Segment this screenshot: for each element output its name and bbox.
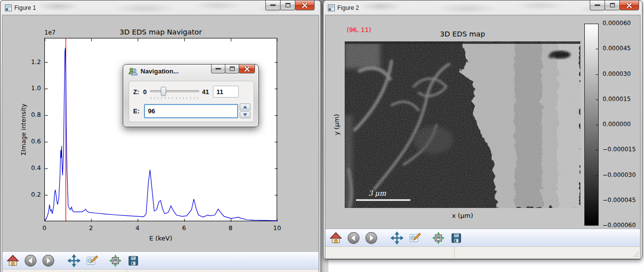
e-value-spinner [240,103,250,118]
y-tick-label: 0.2 [20,191,41,198]
x-tick-label: 10 [269,224,286,232]
close-icon [626,3,632,8]
configure-subplots-icon [432,232,445,244]
figure1-minimize-button[interactable] [265,0,281,10]
dialog-minimize-button[interactable] [211,65,225,73]
matplotlib-window-icon [328,4,335,11]
maximize-icon [286,3,290,7]
figure1-maximize-button[interactable] [280,0,295,10]
eds-map-image[interactable]: 3 μm [345,41,580,208]
e-axis-label: E: [133,107,140,115]
pan-icon [391,232,403,244]
back-button[interactable] [347,232,360,244]
figure2-ylabel: y (μm) [333,114,340,136]
figure1-toolbar [2,251,319,269]
save-button[interactable] [127,254,140,267]
configure-subplots-button[interactable] [432,232,445,244]
x-tick-label: 8 [222,224,239,232]
save-button[interactable] [450,232,463,244]
x-tick-label: 4 [129,224,146,232]
y-tick-label: 0.8 [20,111,41,118]
people-icon [128,67,138,75]
spin-up-button[interactable] [240,103,250,110]
figure1-canvas: 3D EDS map Navigator 1e7 ΣImage intensit… [2,15,319,272]
zoom-rect-icon [85,254,98,267]
desktop: Figure 1 3D EDS map Navigator 1e7 ΣImage… [0,0,644,272]
back-icon [347,232,360,244]
minimize-icon [595,4,600,6]
y-tick-label: 1.0 [20,84,41,92]
pan-button[interactable] [68,254,80,267]
navigation-controls-group: Z: 0 41 E: [129,81,254,122]
statusbar-cell [325,247,455,258]
colorbar-tick-mark [596,125,599,125]
back-button[interactable] [24,254,37,267]
figure2-close-button[interactable] [619,0,639,10]
forward-icon [42,254,55,267]
zoom-rect-button[interactable] [85,254,98,267]
x-tick-label: 6 [176,224,192,232]
colorbar-tick-label: −0.000045 [603,197,636,204]
figure2-statusbar [325,246,640,258]
home-icon [6,254,19,267]
figure1-plot-title: 3D EDS map Navigator [44,28,277,36]
back-icon [24,254,37,267]
forward-button[interactable] [42,254,55,267]
z-value-input[interactable] [213,86,239,98]
forward-icon [365,232,378,244]
colorbar-tick-mark [596,201,599,201]
dialog-close-button[interactable] [239,65,255,73]
colorbar-tick-mark [596,74,599,75]
configure-subplots-button[interactable] [109,254,122,267]
z-slider-track[interactable] [150,90,199,92]
minimize-icon [215,68,221,69]
close-icon [244,67,250,71]
e-value-input[interactable] [144,104,238,118]
save-icon [127,254,140,267]
statusbar-cell [455,247,640,258]
navigation-dialog: Navigation... Z: 0 [123,64,259,127]
colorbar-tick-mark [596,100,599,100]
z-slider-ticks [151,97,198,100]
x-tick-label: 2 [82,224,99,232]
forward-button[interactable] [365,232,378,244]
y-tick-label: 0.4 [20,164,41,171]
navigation-dialog-title: Navigation... [141,68,179,75]
figure2-xlabel: x (μm) [345,212,580,219]
zoom-rect-button[interactable] [408,232,421,244]
dialog-maximize-button[interactable] [225,65,239,73]
z-slider[interactable] [150,87,199,97]
pan-button[interactable] [391,232,403,244]
figure2-plot-title: 3D EDS map [345,30,580,38]
colorbar-tick-label: −0.000015 [603,146,636,153]
statusbar-cell [2,270,127,272]
figure1-window: Figure 1 3D EDS map Navigator 1e7 ΣImage… [0,0,321,272]
figure2-window-title: Figure 2 [337,4,359,11]
figure2-minimize-button[interactable] [590,0,605,10]
colorbar-tick-mark [596,175,599,176]
z-max-label: 41 [202,88,209,96]
colorbar-tick-label: −0.000030 [603,171,636,178]
matplotlib-window-icon [5,4,12,11]
home-button[interactable] [329,232,342,244]
colorbar-tick-label: 0.000060 [603,20,631,27]
colorbar-tick-mark [596,150,599,150]
statusbar-cell [127,270,319,272]
resize-grip[interactable] [634,252,639,257]
arrow-down-icon [243,113,247,116]
save-icon [450,232,463,244]
figure2-maximize-button[interactable] [605,0,620,10]
figure1-offset-text: 1e7 [44,29,56,36]
y-tick-label: 0.6 [20,137,41,145]
z-slider-handle[interactable] [161,87,166,96]
pan-icon [68,254,80,267]
y-tick-label: 1.2 [20,58,41,66]
home-button[interactable] [6,254,19,267]
spin-down-button[interactable] [240,111,250,118]
configure-subplots-icon [109,254,122,267]
zoom-rect-icon [408,232,421,244]
z-min-label: 0 [143,88,146,96]
arrow-up-icon [243,105,247,108]
figure1-close-button[interactable] [295,0,315,10]
x-tick-label: 0 [36,224,53,232]
